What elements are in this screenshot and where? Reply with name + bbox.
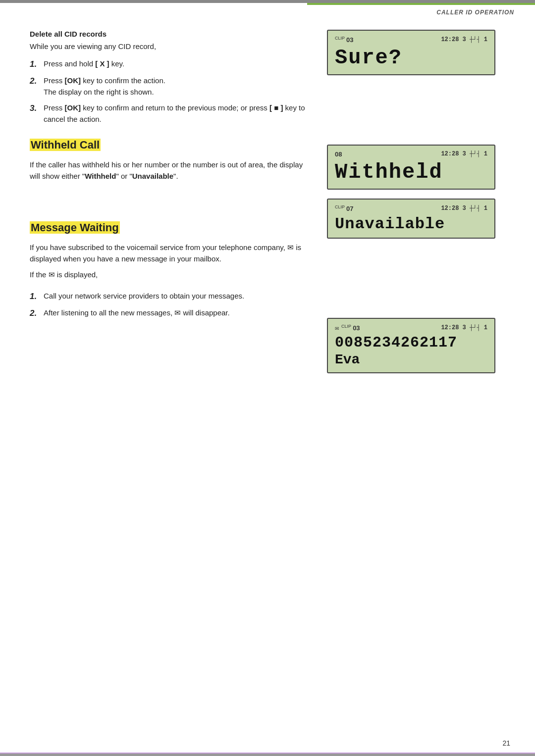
lcd-unavail-clip: CLIP 07 [335,204,354,212]
lcd-unavail-num: 07 [346,205,353,212]
mw-step-number-2: 2. [30,307,44,320]
lcd-msg-top-row: ✉ CLIP 03 12:28 3 ┼┘┤ 1 [335,324,487,332]
top-accent [307,3,535,5]
mw-step-number-1: 1. [30,290,44,303]
lcd-unavail-time: 12:28 3 ┼┘┤ 1 [441,205,487,212]
lcd-panel-message: ✉ CLIP 03 12:28 3 ┼┘┤ 1 0085234262117 Ev… [327,318,495,373]
lcd-msg-clip: ✉ CLIP 03 [335,324,360,332]
delete-cid-heading: Delete all CID records [30,30,307,38]
key-ok-3: [OK] [65,103,81,112]
delete-step-2: 2. Press [OK] key to confirm the action.… [30,75,307,98]
mw-step-1: 1. Call your network service providers t… [30,291,307,303]
clip-label-unavail: CLIP [335,204,345,209]
page-number: 21 [502,739,510,747]
key-x: [ X ] [95,59,109,68]
withheld-call-title: Withheld Call [30,139,101,151]
lcd-withheld-num-label: 08 [335,151,342,158]
message-waiting-body: If you have subscribed to the voicemail … [30,242,307,264]
key-ok-2: [OK] [65,76,81,85]
lcd-withheld-time: 12:28 3 ┼┘┤ 1 [441,151,487,157]
delete-step-1: 1. Press and hold [ X ] key. [30,58,307,71]
message-waiting-section: Message Waiting [30,221,307,234]
message-waiting-title: Message Waiting [30,221,120,234]
lcd-panel-unavailable: CLIP 07 12:28 3 ┼┘┤ 1 Unavailable [327,199,495,239]
lcd-msg-name: Eva [335,352,487,367]
delete-step-3: 3. Press [OK] key to confirm and return … [30,102,307,125]
lcd-msg-number: 0085234262117 [335,335,487,351]
lcd-withheld-num: 08 [335,151,342,158]
step-number-3: 3. [30,102,44,115]
step-text-1: Press and hold [ X ] key. [44,58,307,70]
lcd-sure-time: 12:28 3 ┼┘┤ 1 [441,36,487,43]
lcd-panel-sure: CLIP 03 12:28 3 ┼┘┤ 1 Sure? [327,30,495,75]
lcd-msg-time: 12:28 3 ┼┘┤ 1 [441,324,487,331]
unavailable-bold: Unavailable [132,172,173,180]
delete-cid-intro: While you are viewing any CID record, [30,41,307,52]
lcd-panel-withheld: 08 12:28 3 ┼┘┤ 1 Withheld [327,145,495,190]
lcd-unavail-top-row: CLIP 07 12:28 3 ┼┘┤ 1 [335,204,487,212]
step-number-1: 1. [30,58,44,71]
withheld-bold: Withheld [85,172,116,180]
lcd-sure-top-row: CLIP 03 12:28 3 ┼┘┤ 1 [335,36,487,44]
step-number-2: 2. [30,75,44,88]
lcd-sure-main: Sure? [335,47,487,69]
bottom-bar [0,754,535,756]
main-content: Delete all CID records While you are vie… [30,30,505,726]
lcd-withheld-main: Withheld [335,161,487,184]
step-text-3: Press [OK] key to confirm and return to … [44,102,307,125]
mw-step-text-1: Call your network service providers to o… [44,291,307,302]
lcd-sure-num: 03 [346,36,353,44]
lcd-withheld-top-row: 08 12:28 3 ┼┘┤ 1 [335,151,487,158]
lcd-sure-clip: CLIP 03 [335,36,354,44]
clip-label-msg: CLIP [341,324,351,329]
mw-step-text-2: After listening to all the new messages,… [44,307,307,319]
key-stop: [ ■ ] [269,103,283,112]
envelope-icon: ✉ [335,326,339,331]
mw-step-2: 2. After listening to all the new messag… [30,307,307,320]
left-column: Delete all CID records While you are vie… [30,30,307,325]
message-waiting-if: If the ✉ is displayed, [30,269,307,281]
header-title: CALLER ID OPERATION [436,9,514,16]
clip-label-sure: CLIP [335,36,345,41]
right-column: CLIP 03 12:28 3 ┼┘┤ 1 Sure? 08 12:28 3 ┼… [327,30,505,382]
withheld-call-section: Withheld Call [30,139,307,151]
withheld-call-body: If the caller has withheld his or her nu… [30,159,307,182]
lcd-msg-num: 03 [353,324,360,332]
step-text-2: Press [OK] key to confirm the action. Th… [44,75,307,98]
lcd-unavail-main: Unavailable [335,215,487,233]
